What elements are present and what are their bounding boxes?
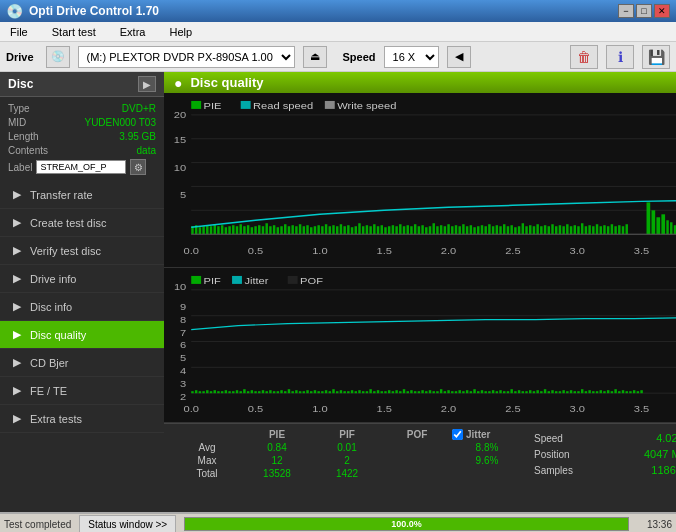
svg-rect-142 xyxy=(596,224,598,234)
svg-rect-250 xyxy=(321,391,323,393)
contents-label: Contents xyxy=(8,145,48,156)
svg-rect-105 xyxy=(458,226,460,234)
stats-avg-row: Avg 0.84 0.01 8.8% xyxy=(172,441,522,454)
svg-rect-101 xyxy=(444,226,446,234)
speed-select[interactable]: 16 X 4 X 8 X 12 X MAX xyxy=(384,46,439,68)
drive-icon[interactable]: 💿 xyxy=(46,46,70,68)
svg-text:20: 20 xyxy=(174,110,187,120)
svg-rect-129 xyxy=(548,226,550,234)
menu-start-test[interactable]: Start test xyxy=(46,24,102,40)
svg-rect-131 xyxy=(555,226,557,234)
svg-rect-233 xyxy=(258,391,260,393)
close-button[interactable]: ✕ xyxy=(654,4,670,18)
svg-rect-108 xyxy=(470,225,472,234)
sidebar-nav: ▶ Transfer rate ▶ Create test disc ▶ Ver… xyxy=(0,181,164,433)
svg-rect-117 xyxy=(503,224,505,234)
svg-rect-209 xyxy=(191,276,201,284)
svg-rect-281 xyxy=(436,391,438,393)
svg-rect-89 xyxy=(399,224,401,234)
svg-rect-35 xyxy=(199,227,201,234)
svg-rect-102 xyxy=(447,224,449,234)
menu-help[interactable]: Help xyxy=(163,24,198,40)
menu-extra[interactable]: Extra xyxy=(114,24,152,40)
svg-rect-122 xyxy=(522,223,524,234)
svg-rect-243 xyxy=(295,390,297,393)
svg-text:3.0: 3.0 xyxy=(570,246,586,256)
stats-pif-header: PIF xyxy=(312,428,382,441)
svg-rect-279 xyxy=(429,390,431,393)
svg-rect-329 xyxy=(614,389,616,393)
sidebar-item-transfer-rate[interactable]: ▶ Transfer rate xyxy=(0,181,164,209)
stats-max-jitter: 9.6% xyxy=(452,454,522,467)
svg-rect-289 xyxy=(466,390,468,393)
sidebar-item-drive-info[interactable]: ▶ Drive info xyxy=(0,265,164,293)
svg-text:2.5: 2.5 xyxy=(505,404,521,414)
svg-rect-230 xyxy=(247,391,249,393)
drive-info-label: Drive info xyxy=(30,273,76,285)
extra-tests-icon: ▶ xyxy=(10,412,24,425)
erase-button[interactable]: 🗑 xyxy=(570,45,598,69)
maximize-button[interactable]: □ xyxy=(636,4,652,18)
svg-rect-118 xyxy=(507,226,509,234)
svg-rect-119 xyxy=(510,225,512,234)
progress-container: 100.0% xyxy=(184,517,629,531)
transfer-rate-label: Transfer rate xyxy=(30,189,93,201)
svg-rect-302 xyxy=(514,391,516,393)
svg-rect-116 xyxy=(499,226,501,234)
disc-toggle-button[interactable]: ▶ xyxy=(138,76,156,92)
status-window-button[interactable]: Status window >> xyxy=(79,515,176,532)
svg-rect-134 xyxy=(566,224,568,234)
svg-rect-277 xyxy=(421,390,423,393)
svg-text:PIE: PIE xyxy=(204,101,222,111)
svg-rect-127 xyxy=(540,226,542,234)
svg-rect-225 xyxy=(228,391,230,393)
save-button[interactable]: 💾 xyxy=(642,45,670,69)
svg-rect-219 xyxy=(206,390,208,393)
sidebar-item-cd-bjer[interactable]: ▶ CD Bjer xyxy=(0,349,164,377)
disc-quality-label: Disc quality xyxy=(30,329,86,341)
svg-rect-268 xyxy=(388,390,390,393)
chart2-container: 10 9 8 7 6 5 4 3 2 10% 8% 6% 4% 2% xyxy=(164,268,676,423)
sidebar-item-verify-test-disc[interactable]: ▶ Verify test disc xyxy=(0,237,164,265)
svg-rect-87 xyxy=(392,225,394,234)
eject-button[interactable]: ⏏ xyxy=(303,46,327,68)
stats-max-label: Max xyxy=(172,454,242,467)
svg-rect-120 xyxy=(514,227,516,234)
svg-rect-303 xyxy=(518,390,520,393)
fe-te-label: FE / TE xyxy=(30,385,67,397)
stats-avg-pif: 0.01 xyxy=(312,441,382,454)
menu-file[interactable]: File xyxy=(4,24,34,40)
svg-rect-99 xyxy=(436,226,438,234)
svg-rect-98 xyxy=(432,223,434,234)
svg-rect-55 xyxy=(273,225,275,234)
main-layout: Disc ▶ Type DVD+R MID YUDEN000 T03 Lengt… xyxy=(0,72,676,512)
verify-test-disc-icon: ▶ xyxy=(10,244,24,257)
svg-rect-245 xyxy=(303,391,305,393)
stats-empty-header xyxy=(172,428,242,441)
sidebar-item-extra-tests[interactable]: ▶ Extra tests xyxy=(0,405,164,433)
svg-rect-258 xyxy=(351,390,353,393)
svg-rect-112 xyxy=(484,226,486,234)
sidebar-item-disc-quality[interactable]: ▶ Disc quality xyxy=(0,321,164,349)
svg-rect-121 xyxy=(518,226,520,234)
svg-text:1.0: 1.0 xyxy=(312,404,328,414)
disc-info-button[interactable]: ℹ xyxy=(606,45,634,69)
stats-area: PIE PIF POF Jitter Avg 0.84 0.01 xyxy=(164,423,676,512)
disc-contents-row: Contents data xyxy=(8,145,156,156)
sidebar-item-create-test-disc[interactable]: ▶ Create test disc xyxy=(0,209,164,237)
svg-text:5: 5 xyxy=(180,353,187,363)
speed-prev-button[interactable]: ◀ xyxy=(447,46,471,68)
samples-row: Samples 118616 xyxy=(534,464,676,476)
sidebar-item-disc-info[interactable]: ▶ Disc info xyxy=(0,293,164,321)
svg-rect-262 xyxy=(366,391,368,393)
jitter-checkbox[interactable] xyxy=(452,429,463,440)
svg-rect-227 xyxy=(236,390,238,393)
svg-rect-46 xyxy=(239,224,241,234)
label-gear-button[interactable]: ⚙ xyxy=(130,159,146,175)
sidebar-item-fe-te[interactable]: ▶ FE / TE xyxy=(0,377,164,405)
svg-rect-63 xyxy=(303,226,305,234)
svg-rect-51 xyxy=(258,225,260,234)
drive-select[interactable]: (M:) PLEXTOR DVDR PX-890SA 1.00 xyxy=(78,46,295,68)
minimize-button[interactable]: − xyxy=(618,4,634,18)
disc-label-input[interactable] xyxy=(36,160,126,174)
